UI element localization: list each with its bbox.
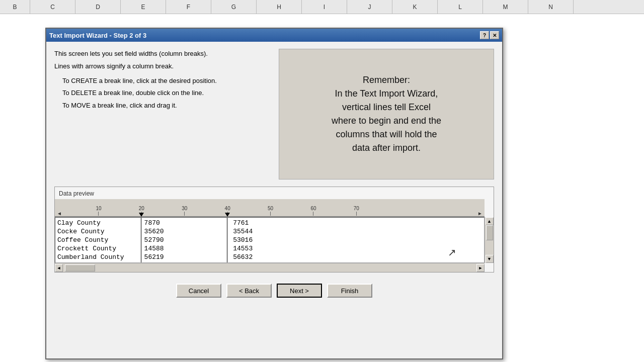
row3-col3: 53016 bbox=[233, 236, 253, 244]
import-wizard-dialog: Text Import Wizard - Step 2 of 3 ? ✕ Thi… bbox=[45, 28, 503, 359]
table-row: Coffee County 52790 53016 bbox=[57, 236, 482, 244]
col-c: C bbox=[30, 0, 75, 14]
dialog-titlebar: Text Import Wizard - Step 2 of 3 ? ✕ bbox=[46, 29, 502, 42]
instruction1: To CREATE a break line, click at the des… bbox=[62, 76, 271, 86]
help-button[interactable]: ? bbox=[480, 31, 489, 39]
vertical-scrollbar: ▲ ▼ bbox=[485, 217, 494, 263]
ruler: ◄ ► 10 20 3 bbox=[55, 199, 485, 217]
instruction3: To MOVE a break line, click and drag it. bbox=[62, 101, 271, 111]
row5-col3: 56632 bbox=[233, 253, 253, 261]
scroll-track-v bbox=[486, 225, 493, 255]
break-line-20[interactable] bbox=[141, 218, 141, 262]
horizontal-scrollbar: ◄ ► bbox=[55, 263, 485, 272]
close-button[interactable]: ✕ bbox=[490, 31, 499, 39]
ruler-tick-30: 30 bbox=[182, 206, 187, 216]
scroll-up-button[interactable]: ▲ bbox=[486, 217, 494, 225]
data-preview-label: Data preview bbox=[59, 190, 494, 197]
row4-col3: 14553 bbox=[233, 245, 253, 252]
data-preview-section: Data preview ◄ ► 10 20 bbox=[54, 187, 494, 273]
col-j: J bbox=[347, 0, 392, 14]
table-row: Cumberland County 56219 56632 bbox=[57, 253, 482, 261]
break-line-40[interactable] bbox=[227, 218, 227, 262]
break-arrow-20[interactable] bbox=[139, 213, 144, 217]
remember-text: Remember:In the Text Import Wizard,verti… bbox=[332, 73, 441, 155]
ruler-tick-10: 10 bbox=[96, 206, 101, 216]
scroll-track-h bbox=[63, 264, 476, 272]
col-d: D bbox=[75, 0, 121, 14]
remember-box: Remember:In the Text Import Wizard,verti… bbox=[279, 49, 494, 179]
col-n: N bbox=[528, 0, 574, 14]
row2-col3: 35544 bbox=[233, 228, 253, 235]
col-e: E bbox=[121, 0, 166, 14]
back-button[interactable]: < Back bbox=[226, 284, 272, 298]
ruler-tick-60: 60 bbox=[310, 206, 316, 216]
break-arrow-40[interactable] bbox=[225, 213, 230, 217]
instructions: To CREATE a break line, click at the des… bbox=[62, 76, 271, 111]
scroll-thumb-h[interactable] bbox=[65, 264, 95, 272]
row3-col1: Coffee County bbox=[57, 236, 140, 244]
scroll-down-button[interactable]: ▼ bbox=[486, 255, 494, 263]
row3-col2: 52790 bbox=[144, 236, 229, 244]
scroll-left-button[interactable]: ◄ bbox=[55, 264, 63, 272]
dialog-title: Text Import Wizard - Step 2 of 3 bbox=[49, 32, 146, 39]
ruler-baseline bbox=[55, 216, 485, 217]
col-f: F bbox=[166, 0, 211, 14]
col-h: H bbox=[257, 0, 302, 14]
cancel-button[interactable]: Cancel bbox=[176, 284, 221, 298]
row2-col1: Cocke County bbox=[57, 228, 140, 235]
col-i: I bbox=[302, 0, 347, 14]
finish-button[interactable]: Finish bbox=[327, 284, 372, 298]
scroll-thumb-v[interactable] bbox=[486, 225, 493, 240]
table-row: Cocke County 35620 35544 bbox=[57, 227, 482, 236]
row5-col1: Cumberland County bbox=[57, 253, 140, 261]
data-area: Clay County 7870 7761 Cocke County 35620… bbox=[55, 217, 494, 263]
table-row: Crockett County 14588 14553 bbox=[57, 244, 482, 253]
row1-col1: Clay County bbox=[57, 219, 140, 227]
instruction2: To DELETE a break line, double click on … bbox=[62, 88, 271, 99]
col-k: K bbox=[392, 0, 438, 14]
column-headers: B C D E F G H I J K L M N bbox=[0, 0, 644, 14]
next-button[interactable]: Next > bbox=[277, 284, 322, 298]
description-line1: This screen lets you set field widths (c… bbox=[54, 49, 271, 59]
col-b: B bbox=[0, 0, 30, 14]
title-button-group: ? ✕ bbox=[480, 31, 499, 39]
ruler-right-arrow: ► bbox=[477, 211, 482, 216]
button-row: Cancel < Back Next > Finish bbox=[54, 280, 494, 302]
row1-col2: 7870 bbox=[144, 219, 229, 227]
row2-col2: 35620 bbox=[144, 228, 229, 235]
ruler-tick-50: 50 bbox=[268, 206, 273, 216]
description-text: This screen lets you set field widths (c… bbox=[54, 49, 271, 179]
description-area: This screen lets you set field widths (c… bbox=[54, 49, 494, 179]
col-g: G bbox=[211, 0, 257, 14]
description-line2: Lines with arrows signify a column break… bbox=[54, 61, 271, 72]
dialog-content: This screen lets you set field widths (c… bbox=[46, 42, 502, 309]
col-l: L bbox=[438, 0, 483, 14]
scroll-right-button[interactable]: ► bbox=[476, 264, 485, 272]
col-m: M bbox=[483, 0, 528, 14]
data-content: Clay County 7870 7761 Cocke County 35620… bbox=[55, 217, 485, 263]
row5-col2: 56219 bbox=[144, 253, 229, 261]
data-rows: Clay County 7870 7761 Cocke County 35620… bbox=[55, 218, 484, 262]
row1-col3: 7761 bbox=[233, 219, 249, 227]
table-row: Clay County 7870 7761 bbox=[57, 219, 482, 227]
ruler-left-arrow: ◄ bbox=[57, 211, 62, 216]
row4-col1: Crockett County bbox=[57, 245, 140, 252]
row4-col2: 14588 bbox=[144, 245, 229, 252]
ruler-tick-70: 70 bbox=[354, 206, 359, 216]
